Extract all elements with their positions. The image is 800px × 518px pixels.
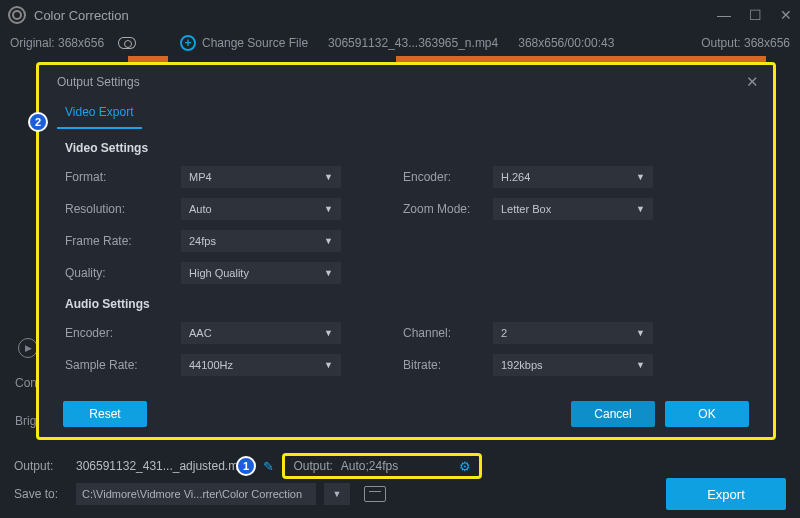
callout-2: 2 bbox=[28, 112, 48, 132]
ok-button[interactable]: OK bbox=[665, 401, 749, 427]
quality-label: Quality: bbox=[65, 266, 181, 280]
gear-icon[interactable]: ⚙ bbox=[459, 459, 471, 474]
original-dimensions: Original: 368x656 bbox=[10, 36, 104, 50]
modal-close-icon[interactable]: ✕ bbox=[746, 73, 759, 91]
app-logo-icon bbox=[8, 6, 26, 24]
cancel-button[interactable]: Cancel bbox=[571, 401, 655, 427]
framerate-label: Frame Rate: bbox=[65, 234, 181, 248]
bitrate-select[interactable]: 192kbps▼ bbox=[493, 354, 653, 376]
source-dims-duration: 368x656/00:00:43 bbox=[518, 36, 614, 50]
modal-title: Output Settings bbox=[57, 75, 140, 89]
minimize-icon[interactable]: — bbox=[717, 7, 731, 23]
edit-filename-icon[interactable]: ✎ bbox=[263, 459, 274, 474]
open-folder-icon[interactable] bbox=[364, 486, 386, 502]
audio-encoder-select[interactable]: AAC▼ bbox=[181, 322, 341, 344]
channel-label: Channel: bbox=[403, 326, 493, 340]
bitrate-label: Bitrate: bbox=[403, 358, 493, 372]
change-source-button[interactable]: + Change Source File bbox=[180, 35, 308, 51]
framerate-select[interactable]: 24fps▼ bbox=[181, 230, 341, 252]
output-format-value: Auto;24fps bbox=[341, 459, 398, 473]
saveto-path[interactable]: C:\Vidmore\Vidmore Vi...rter\Color Corre… bbox=[76, 483, 316, 505]
chevron-down-icon: ▼ bbox=[636, 328, 645, 338]
chevron-down-icon: ▼ bbox=[324, 328, 333, 338]
chevron-down-icon: ▼ bbox=[636, 204, 645, 214]
quality-select[interactable]: High Quality▼ bbox=[181, 262, 341, 284]
maximize-icon[interactable]: ☐ bbox=[749, 7, 762, 23]
titlebar: Color Correction — ☐ ✕ bbox=[0, 0, 800, 30]
audio-encoder-label: Encoder: bbox=[65, 326, 181, 340]
chevron-down-icon: ▼ bbox=[324, 204, 333, 214]
reset-button[interactable]: Reset bbox=[63, 401, 147, 427]
audio-settings-heading: Audio Settings bbox=[65, 297, 747, 311]
video-settings-heading: Video Settings bbox=[65, 141, 747, 155]
plus-circle-icon: + bbox=[180, 35, 196, 51]
close-icon[interactable]: ✕ bbox=[780, 7, 792, 23]
chevron-down-icon: ▼ bbox=[324, 172, 333, 182]
chevron-down-icon: ▼ bbox=[324, 236, 333, 246]
output-format-box[interactable]: Output: Auto;24fps ⚙ bbox=[282, 453, 482, 479]
play-icon[interactable]: ▶ bbox=[18, 338, 38, 358]
window-title: Color Correction bbox=[34, 8, 129, 23]
encoder-label: Encoder: bbox=[403, 170, 493, 184]
format-label: Format: bbox=[65, 170, 181, 184]
window-buttons: — ☐ ✕ bbox=[717, 7, 792, 23]
encoder-select[interactable]: H.264▼ bbox=[493, 166, 653, 188]
format-select[interactable]: MP4▼ bbox=[181, 166, 341, 188]
output-dimensions: Output: 368x656 bbox=[701, 36, 790, 50]
zoom-mode-label: Zoom Mode: bbox=[403, 202, 493, 216]
chevron-down-icon: ▼ bbox=[636, 172, 645, 182]
tab-video-export[interactable]: Video Export bbox=[57, 99, 142, 129]
zoom-mode-select[interactable]: Letter Box▼ bbox=[493, 198, 653, 220]
source-filename: 306591132_43...363965_n.mp4 bbox=[328, 36, 498, 50]
info-bar: Original: 368x656 + Change Source File 3… bbox=[0, 30, 800, 56]
saveto-dropdown[interactable]: ▼ bbox=[324, 483, 350, 505]
channel-select[interactable]: 2▼ bbox=[493, 322, 653, 344]
output-format-label: Output: bbox=[293, 459, 332, 473]
samplerate-label: Sample Rate: bbox=[65, 358, 181, 372]
resolution-label: Resolution: bbox=[65, 202, 181, 216]
change-source-label: Change Source File bbox=[202, 36, 308, 50]
samplerate-select[interactable]: 44100Hz▼ bbox=[181, 354, 341, 376]
export-button[interactable]: Export bbox=[666, 478, 786, 510]
output-settings-modal: Output Settings ✕ Video Export Video Set… bbox=[36, 62, 776, 440]
callout-1: 1 bbox=[236, 456, 256, 476]
chevron-down-icon: ▼ bbox=[324, 268, 333, 278]
footer: Output: 306591132_431..._adjusted.mp4 ✎ … bbox=[0, 446, 800, 518]
chevron-down-icon: ▼ bbox=[324, 360, 333, 370]
output-file-label: Output: bbox=[14, 459, 68, 473]
saveto-label: Save to: bbox=[14, 487, 68, 501]
body-area: ▶ ▶ Contr Brightn 2 Output Settings ✕ Vi… bbox=[0, 56, 800, 456]
resolution-select[interactable]: Auto▼ bbox=[181, 198, 341, 220]
chevron-down-icon: ▼ bbox=[636, 360, 645, 370]
output-file-name: 306591132_431..._adjusted.mp4 bbox=[76, 459, 251, 473]
preview-eye-icon[interactable] bbox=[118, 37, 136, 49]
